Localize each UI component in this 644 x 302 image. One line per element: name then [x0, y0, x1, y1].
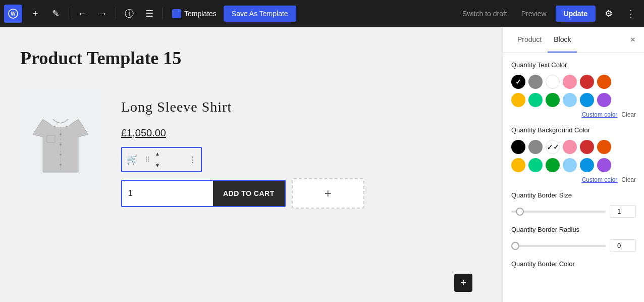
toolbar-divider-3 — [163, 8, 163, 20]
bottom-plus-icon: + — [460, 277, 466, 289]
settings-button[interactable]: ⚙ — [600, 5, 618, 23]
add-to-cart-button[interactable]: ADD TO CART — [213, 181, 285, 206]
color-swatch-blue[interactable] — [580, 93, 594, 107]
bg-swatch-yellow[interactable] — [511, 158, 525, 172]
svg-point-5 — [60, 143, 62, 145]
color-swatch-red[interactable] — [580, 75, 594, 89]
add-block-button[interactable]: + — [292, 178, 364, 209]
bg-swatch-green[interactable] — [546, 158, 560, 172]
bottom-add-button[interactable]: + — [454, 274, 472, 292]
plus-icon: + — [325, 186, 332, 200]
redo-button[interactable]: → — [93, 5, 112, 23]
product-name: Long Sleeve Shirt — [121, 99, 482, 115]
qty-up-button[interactable]: ▲ — [152, 148, 163, 160]
color-swatch-lightgreen[interactable] — [528, 93, 543, 107]
templates-label: Templates — [184, 10, 217, 18]
color-swatch-gray[interactable] — [528, 75, 543, 89]
qty-bg-color-actions: Custom color Clear — [511, 176, 636, 183]
custom-color-link-1[interactable]: Custom color — [582, 111, 618, 118]
color-swatch-black[interactable] — [511, 75, 525, 89]
border-size-input[interactable]: 1 — [610, 205, 636, 218]
bg-swatch-blue[interactable] — [580, 158, 594, 172]
templates-button[interactable]: Templates — [167, 6, 222, 21]
bg-swatch-pink[interactable] — [563, 140, 577, 154]
clear-text-color-button[interactable]: Clear — [621, 111, 636, 118]
product-layout: Long Sleeve Shirt £1,050.00 🛒 ⠿ ▲ ▼ ⋮ — [20, 89, 482, 209]
drag-handle-icon: ⠿ — [142, 148, 152, 171]
switch-to-draft-button[interactable]: Switch to draft — [457, 7, 512, 21]
qty-bg-color-grid: ✓ — [511, 140, 636, 154]
wp-logo[interactable]: W — [4, 5, 22, 23]
tab-product[interactable]: Product — [511, 27, 548, 53]
quantity-block[interactable]: 🛒 ⠿ ▲ ▼ ⋮ — [121, 147, 202, 172]
color-swatch-pink[interactable] — [563, 75, 577, 89]
panel-content: Quantity Text Color Custom color Clear — [503, 53, 644, 302]
border-radius-slider-row: 0 — [511, 239, 636, 252]
color-swatch-white[interactable] — [546, 75, 560, 89]
color-swatch-green[interactable] — [546, 93, 560, 107]
page-title: Product Template 15 — [20, 47, 482, 69]
quantity-stepper[interactable]: ▲ ▼ — [152, 148, 163, 171]
quantity-input[interactable] — [122, 181, 213, 206]
cart-icon-button[interactable]: 🛒 — [122, 148, 142, 171]
edit-button[interactable]: ✎ — [46, 5, 65, 23]
bg-swatch-white[interactable]: ✓ — [546, 140, 560, 154]
right-panel: Product Block × Quantity Text Color — [503, 27, 644, 302]
qty-text-color-grid-2 — [511, 93, 636, 107]
qty-text-color-grid — [511, 75, 636, 89]
border-size-slider-row: 1 — [511, 205, 636, 218]
toolbar-divider-1 — [69, 8, 69, 20]
bg-swatch-purple[interactable] — [597, 158, 611, 172]
qty-text-color-actions: Custom color Clear — [511, 111, 636, 118]
qty-bg-color-label: Quantity Background Color — [511, 126, 636, 134]
save-as-template-button[interactable]: Save As Template — [224, 6, 296, 22]
color-swatch-purple[interactable] — [597, 93, 611, 107]
main-layout: Product Template 15 — [0, 27, 644, 302]
product-price: £1,050.00 — [121, 127, 482, 139]
qty-border-radius-label: Quantity Border Radius — [511, 226, 636, 233]
qty-bg-color-grid-2 — [511, 158, 636, 172]
bg-swatch-orange[interactable] — [597, 140, 611, 154]
border-size-slider[interactable] — [511, 211, 606, 213]
more-options-button[interactable]: ⋮ — [622, 5, 640, 23]
add-to-cart-row: ADD TO CART + — [121, 178, 482, 209]
qty-text-color-label: Quantity Text Color — [511, 61, 636, 69]
editor-area: Product Template 15 — [0, 27, 503, 302]
bg-swatch-lightblue[interactable] — [563, 158, 577, 172]
border-radius-slider[interactable] — [511, 245, 606, 247]
svg-point-6 — [60, 154, 62, 156]
toolbar-right: Switch to draft Preview Update ⚙ ⋮ — [457, 5, 640, 23]
info-button[interactable]: ⓘ — [120, 5, 138, 23]
product-image — [20, 89, 101, 190]
toolbar-divider-2 — [116, 8, 116, 20]
toolbar: W + ✎ ← → ⓘ ☰ Templates Save As Template… — [0, 0, 644, 27]
qty-border-size-label: Quantity Border Size — [511, 191, 636, 199]
svg-point-7 — [60, 164, 62, 166]
clear-bg-color-button[interactable]: Clear — [621, 176, 636, 183]
close-panel-button[interactable]: × — [626, 33, 640, 47]
panel-tabs: Product Block × — [503, 27, 644, 53]
bg-swatch-black[interactable] — [511, 140, 525, 154]
bg-swatch-lightgreen[interactable] — [528, 158, 543, 172]
color-swatch-orange[interactable] — [597, 75, 611, 89]
quantity-input-wrap: ADD TO CART — [121, 180, 286, 207]
svg-text:W: W — [11, 11, 16, 17]
custom-color-link-2[interactable]: Custom color — [582, 176, 618, 183]
block-more-options[interactable]: ⋮ — [185, 148, 201, 171]
qty-down-button[interactable]: ▼ — [152, 160, 163, 171]
update-button[interactable]: Update — [556, 6, 596, 22]
border-radius-input[interactable]: 0 — [610, 239, 636, 252]
color-swatch-yellow[interactable] — [511, 93, 525, 107]
undo-button[interactable]: ← — [73, 5, 91, 23]
qty-border-color-label: Quantity Border Color — [511, 260, 636, 268]
bg-swatch-red[interactable] — [580, 140, 594, 154]
list-view-button[interactable]: ☰ — [140, 5, 158, 23]
tab-block[interactable]: Block — [548, 27, 577, 53]
add-button[interactable]: + — [26, 5, 44, 23]
shirt-image — [28, 99, 93, 180]
product-details: Long Sleeve Shirt £1,050.00 🛒 ⠿ ▲ ▼ ⋮ — [121, 89, 482, 209]
preview-button[interactable]: Preview — [516, 7, 552, 21]
svg-point-4 — [60, 133, 62, 135]
bg-swatch-gray[interactable] — [528, 140, 543, 154]
color-swatch-lightblue[interactable] — [563, 93, 577, 107]
